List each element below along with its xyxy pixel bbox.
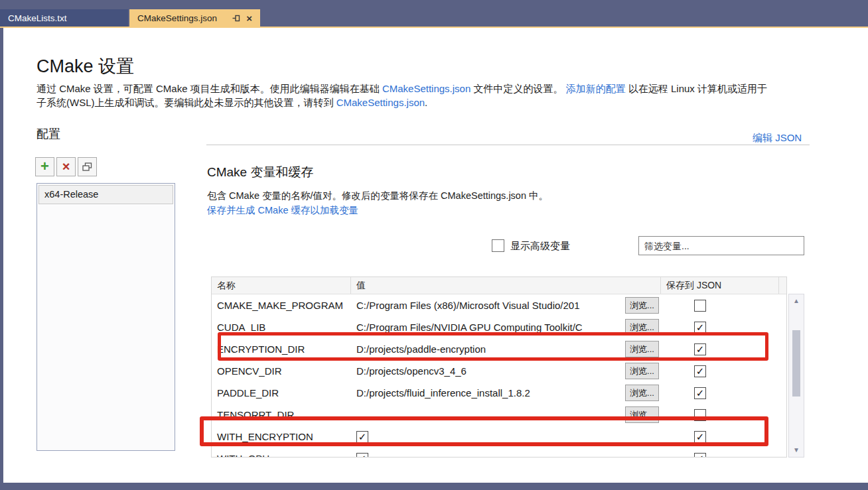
variable-value-cell[interactable]: 浏览... <box>351 404 661 426</box>
save-to-json-checkbox[interactable]: ✓ <box>694 387 706 399</box>
save-to-json-cell: ✓ <box>661 387 779 399</box>
scroll-down-arrow[interactable]: ▼ <box>789 445 804 456</box>
cmakesettings-json-link[interactable]: CMakeSettings.json <box>336 97 425 108</box>
save-to-json-cell <box>661 300 779 312</box>
table-row-cuda_lib[interactable]: CUDA_LIBC:/Program Files/NVIDIA GPU Comp… <box>212 316 786 338</box>
column-header-save-to-json[interactable]: 保存到 JSON <box>661 277 779 294</box>
section-divider <box>206 145 810 145</box>
column-header-value[interactable]: 值 <box>351 277 661 294</box>
browse-button[interactable]: 浏览... <box>625 363 659 379</box>
edit-json-link-wrap: 编辑 JSON <box>753 132 802 145</box>
browse-button[interactable]: 浏览... <box>625 297 659 314</box>
variable-value-text: D:/projects/opencv3_4_6 <box>356 365 467 377</box>
variable-value-text: D:/projects/fluid_inference_install_1.8.… <box>356 387 530 398</box>
table-row-paddle_dir[interactable]: PADDLE_DIRD:/projects/fluid_inference_in… <box>212 382 786 404</box>
variable-name: WITH_ENCRYPTION <box>212 431 351 442</box>
variable-value-cell[interactable]: D:/projects/opencv3_4_6浏览... <box>351 360 661 382</box>
browse-button[interactable]: 浏览... <box>625 406 659 423</box>
variable-name: ENCRYPTION_DIR <box>212 343 351 355</box>
save-to-json-checkbox[interactable] <box>694 409 706 421</box>
cmakesettings-json-link[interactable]: CMakeSettings.json <box>382 83 470 94</box>
variable-name: CUDA_LIB <box>212 322 351 333</box>
value-checkbox[interactable]: ✓ <box>356 453 368 458</box>
variable-name: OPENCV_DIR <box>212 365 351 377</box>
variable-name: WITH_GPU <box>212 453 351 458</box>
browse-button[interactable]: 浏览... <box>625 385 659 401</box>
variable-value-cell[interactable]: C:/Program Files (x86)/Microsoft Visual … <box>351 294 661 316</box>
add-configuration-link[interactable]: 添加新的配置 <box>566 83 626 94</box>
variable-name: CMAKE_MAKE_PROGRAM <box>212 300 351 311</box>
save-to-json-cell: ✓ <box>661 343 779 355</box>
desc-text: 以在远程 Linux 计算机或适用于 <box>626 83 767 94</box>
variable-value-text: C:/Program Files (x86)/Microsoft Visual … <box>356 300 580 311</box>
tab-label: CMakeSettings.json <box>137 13 217 23</box>
filter-variables-input[interactable] <box>638 236 804 255</box>
add-configuration-button[interactable]: + <box>35 157 54 176</box>
remove-configuration-button[interactable]: × <box>56 157 76 176</box>
variable-value-text: D:/projects/paddle-encryption <box>356 343 486 355</box>
column-header-extra <box>779 277 786 294</box>
copy-icon <box>82 162 92 172</box>
x-icon: × <box>62 160 70 173</box>
vertical-scrollbar[interactable]: ▲ ▼ <box>788 294 804 458</box>
variable-value-cell[interactable]: C:/Program Files/NVIDIA GPU Computing To… <box>351 316 661 338</box>
configurations-toolbar: + × <box>35 157 97 176</box>
variables-table-header: 名称 值 保存到 JSON <box>212 277 786 294</box>
column-header-name[interactable]: 名称 <box>212 277 351 294</box>
tab-label: CMakeLists.txt <box>8 13 67 23</box>
variables-table: 名称 值 保存到 JSON CMAKE_MAKE_PROGRAMC:/Progr… <box>211 276 787 458</box>
edit-json-link[interactable]: 编辑 JSON <box>753 132 802 143</box>
page-description: 通过 CMake 设置，可配置 CMake 项目生成和版本。使用此编辑器编辑在基… <box>36 82 868 109</box>
tab-cmakelists[interactable]: CMakeLists.txt <box>0 9 128 27</box>
browse-button[interactable]: 浏览... <box>625 319 659 336</box>
save-to-json-cell: ✓ <box>661 322 779 334</box>
save-link-wrap: 保存并生成 CMake 缓存以加载变量 <box>207 204 358 217</box>
active-tab-underline <box>0 27 868 28</box>
table-row-with_encryption[interactable]: WITH_ENCRYPTION✓✓ <box>212 426 786 448</box>
variable-value-cell[interactable]: D:/projects/paddle-encryption浏览... <box>351 338 661 360</box>
cmake-settings-editor: CMakeLists.txt CMakeSettings.json × CMak… <box>0 0 868 490</box>
save-to-json-cell: ✓ <box>661 365 779 377</box>
variable-value-text: C:/Program Files/NVIDIA GPU Computing To… <box>356 322 583 333</box>
save-to-json-checkbox[interactable]: ✓ <box>694 322 706 334</box>
window-bottombar <box>0 483 868 490</box>
desc-text: 子系统(WSL)上生成和调试。要编辑此处未显示的其他设置，请转到 <box>36 97 336 108</box>
show-advanced-label: 显示高级变量 <box>510 240 570 253</box>
tab-cmakesettings[interactable]: CMakeSettings.json × <box>129 9 260 27</box>
save-to-json-checkbox[interactable]: ✓ <box>694 431 706 443</box>
variables-table-body: CMAKE_MAKE_PROGRAMC:/Program Files (x86)… <box>212 294 786 458</box>
value-checkbox[interactable]: ✓ <box>356 431 368 443</box>
variable-value-cell[interactable]: ✓ <box>351 426 661 448</box>
close-icon[interactable]: × <box>246 13 252 23</box>
configuration-item-x64-release[interactable]: x64-Release <box>38 185 173 204</box>
variables-heading: CMake 变量和缓存 <box>207 164 313 181</box>
table-row-encryption_dir[interactable]: ENCRYPTION_DIRD:/projects/paddle-encrypt… <box>212 338 786 360</box>
save-to-json-cell: ✓ <box>661 431 779 443</box>
show-advanced-checkbox[interactable] <box>492 239 504 252</box>
duplicate-configuration-button[interactable] <box>78 157 97 176</box>
page-title: CMake 设置 <box>36 54 134 78</box>
browse-button[interactable]: 浏览... <box>625 341 659 357</box>
variable-value-cell[interactable]: ✓ <box>351 448 661 458</box>
pin-icon[interactable] <box>232 14 241 23</box>
scroll-up-arrow[interactable]: ▲ <box>789 296 804 306</box>
plus-icon: + <box>40 159 49 174</box>
variable-name: TENSORRT_DIR <box>212 409 351 420</box>
table-row-opencv_dir[interactable]: OPENCV_DIRD:/projects/opencv3_4_6浏览...✓ <box>212 360 786 382</box>
configurations-list: x64-Release <box>36 183 175 451</box>
save-to-json-checkbox[interactable]: ✓ <box>694 343 706 355</box>
table-row-tensorrt_dir[interactable]: TENSORRT_DIR浏览... <box>212 404 786 426</box>
variable-value-cell[interactable]: D:/projects/fluid_inference_install_1.8.… <box>351 382 661 404</box>
save-to-json-checkbox[interactable]: ✓ <box>694 453 706 458</box>
desc-text: 文件中定义的设置。 <box>470 83 565 94</box>
variable-name: PADDLE_DIR <box>212 387 351 398</box>
save-and-generate-link[interactable]: 保存并生成 CMake 缓存以加载变量 <box>207 205 358 215</box>
table-row-with_gpu[interactable]: WITH_GPU✓✓ <box>212 448 786 458</box>
save-to-json-cell: ✓ <box>661 453 779 458</box>
save-to-json-checkbox[interactable] <box>694 300 706 312</box>
table-row-cmake_make_program[interactable]: CMAKE_MAKE_PROGRAMC:/Program Files (x86)… <box>212 294 786 316</box>
window-titlebar <box>0 0 868 9</box>
scrollbar-thumb[interactable] <box>792 330 800 397</box>
variables-description: 包含 CMake 变量的名称/值对。修改后的变量将保存在 CMakeSettin… <box>207 190 548 202</box>
save-to-json-checkbox[interactable]: ✓ <box>694 365 706 377</box>
